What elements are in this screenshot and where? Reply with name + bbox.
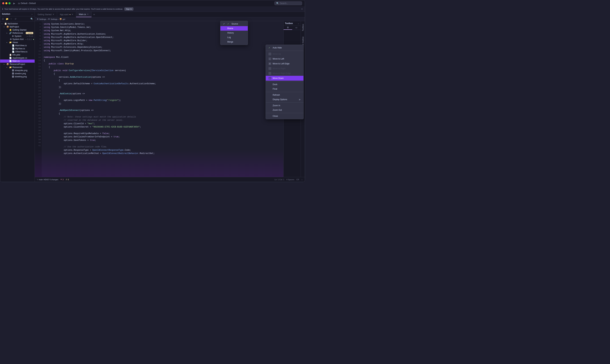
tree-label: System [14,35,25,37]
cs-file-icon: 📄 [9,57,12,59]
menu-item-label: Zoom In [273,104,280,107]
toolbar-list-icon[interactable]: ☰ [1,17,5,21]
context-menu-move-to-right: → Move to Right [266,66,303,71]
tree-item-system-xml[interactable]: ⚙ System.Xml — 5.1.1 ● [0,38,35,41]
tree-item-system[interactable]: ⚙ System — 5.1.1 [0,35,35,38]
tree-item-getting-started[interactable]: ⭐ Getting Started [0,28,35,31]
context-menu-move-to-left-edge[interactable]: ⇐ Move to Left Edge [266,61,303,66]
right-tab-toolbox[interactable]: Toolbox [301,23,305,32]
menu-label: History [227,32,234,34]
tree-item-mysolution[interactable]: ▾ 📋 MySolution [0,22,35,25]
breadcrumb-settings2: Settings [51,18,57,20]
toolbar-folder-icon[interactable]: 📁 [5,17,9,21]
close-button[interactable] [2,2,4,4]
minimize-button[interactable] [5,2,7,4]
source-menu-item-blame[interactable]: Blame [221,26,248,31]
file-tab-bar: Getting Started ✕ App.xaml ● ✕ Main.cs ✕… [35,12,305,17]
assembly-icon: ⚙ [12,35,14,37]
context-menu-display-options[interactable]: Display Options ▶ [266,97,303,102]
toolbar-search-icon[interactable]: 🔍 [30,17,34,21]
breadcrumb-separator: › [47,18,48,20]
context-menu-refresh[interactable]: Refresh [266,93,303,97]
toolbox-tab-list[interactable]: ☰ [284,26,292,30]
context-menu-move-to-left[interactable]: ← Move to Left [266,56,303,61]
sidebar-tree: ▾ 📋 MySolution ▾ 📦 MyProject ⭐ Getting S… [0,21,35,182]
toolbar-refresh-icon[interactable]: ↺ [14,17,17,21]
source-menu-item-history[interactable]: History [221,31,248,35]
tab-maincs[interactable]: Main.cs ✕ [76,12,91,17]
tree-item-views[interactable]: ▾ 📁 Views [0,41,35,44]
context-menu-auto-hide[interactable]: ✓ Auto Hide [266,46,303,50]
source-menu-item-merge[interactable]: Merge [221,40,248,44]
cursor-position: Ln: 1 Col: 1 [274,179,284,181]
source-menu-item-source[interactable]: ✓ Source [221,22,248,26]
tree-item-appdelegate[interactable]: 📄 AppDelegate.cs [0,56,35,60]
error-number: 3 [63,179,64,181]
trial-banner: ℹ Your trial license will expire in 15 d… [0,6,305,12]
context-menu-zoom-in[interactable]: Zoom In [266,103,303,108]
tree-item-mainview[interactable]: 📄 MainView.cs [0,44,35,47]
move-left-icon: ← [269,57,271,60]
tree-item-myview[interactable]: 📄 MyView.cs [0,47,35,50]
move-left-edge-icon: ⇐ [269,62,271,65]
maximize-button[interactable] [9,2,11,4]
menu-item-label: Dock [273,83,277,86]
eol-label: CR [296,179,299,181]
status-right: Ln: 1 Col: 1 4 Spaces CR ⌄ [274,178,303,181]
references-badge: 1 update [26,32,33,34]
tree-item-otherview[interactable]: 📄 OtherView.cs [0,50,35,53]
menu-label: Blame [227,27,233,30]
tree-label: OtherView.cs [15,51,33,53]
references-icon: 🔗 [9,32,12,34]
sidebar-dropdown-icon[interactable]: ⌄ [31,13,33,15]
tree-item-slowpoke[interactable]: 🖼 slowpoke.png [0,69,35,72]
tree-item-main[interactable]: 📄 Main.cs [0,60,35,63]
submenu-arrow-icon: ▶ [299,98,301,101]
banner-close-icon[interactable]: ✕ [301,8,303,10]
tree-item-infoplist[interactable]: 📋 Info.plist [0,53,35,56]
sidebar: Solution ⌄ ☰ 📁 ⑂ ↺ 🔍 ▾ 📋 MySolution [0,12,35,182]
eol-dropdown-icon[interactable]: ⌄ [301,178,303,181]
toolbox-tab-az[interactable]: az [292,26,301,30]
toolbox-options-icon[interactable]: ⌄ [298,22,299,25]
tab-add-button[interactable]: + [91,13,97,16]
tree-label: MyProject [10,26,33,28]
titlebar-path: 🗂 Default › Default [18,2,36,4]
move-down-icon: ↓ [269,77,271,79]
tree-item-slowking[interactable]: 🖼 slowking.png [0,75,35,78]
editor-wrapper: Getting Started ✕ App.xaml ● ✕ Main.cs ✕… [35,12,305,182]
context-menu-move-down[interactable]: ↓ Move Down [266,76,303,81]
source-menu-item-log[interactable]: Log [221,35,248,40]
move-right-icon: → [269,67,271,70]
tab-close-icon[interactable]: ✕ [52,13,54,15]
image-icon: 🖼 [12,69,14,72]
project-icon: 📦 [6,63,9,65]
context-menu-dock[interactable]: Dock [266,82,303,87]
cs-file-icon: 📄 [12,44,14,47]
tab-appxaml[interactable]: App.xaml ● ✕ [57,12,76,17]
tree-item-resourceproject[interactable]: ▾ 📦 ResourceProject [0,63,35,66]
tree-item-myproject[interactable]: ▾ 📦 MyProject [0,25,35,28]
search-bar[interactable]: 🔍 Search... [274,1,302,5]
menu-item-label: Move to Right Edge [273,72,291,75]
tab-label: Main.cs [79,13,86,15]
changes-label: 5 changes [50,179,58,181]
context-menu-zoom-out[interactable]: Zoom Out [266,108,303,112]
sign-in-button[interactable]: Sign In [124,7,133,11]
tree-item-resources[interactable]: ▾ 📁 Resources [0,66,35,69]
error-icon: ✕ [60,178,62,181]
tab-close-icon[interactable]: ✕ [72,13,73,15]
image-icon: 🖼 [12,72,14,75]
tree-item-references[interactable]: ▾ 🔗 References 1 update [0,31,35,35]
tab-getting-started[interactable]: Getting Started ✕ [35,12,57,17]
main-window: ▶ 🗂 Default › Default 🔍 Search... ℹ Your… [0,0,305,182]
context-menu-float[interactable]: Float [266,87,303,91]
breadcrumb-get: get [63,18,65,20]
menu-item-label: Close [273,115,278,117]
tree-item-slowbro[interactable]: 🖼 slowbro.png [0,72,35,75]
play-button[interactable]: ▶ [13,2,15,5]
context-menu-close[interactable]: Close [266,114,303,118]
toolbar-branch-icon[interactable]: ⑂ [10,17,13,21]
tab-close-icon[interactable]: ✕ [87,13,89,15]
tree-label: slowking.png [15,76,33,78]
